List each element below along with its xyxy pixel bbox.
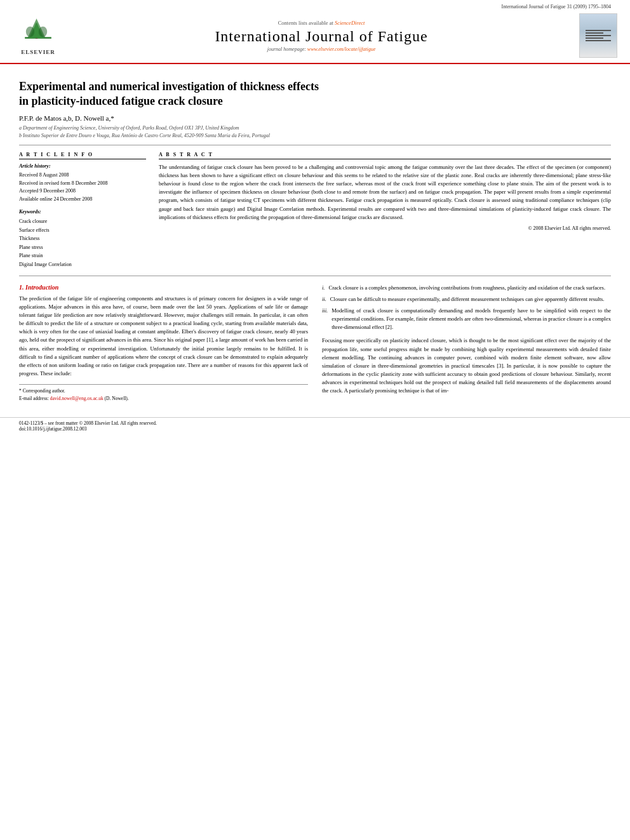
copyright-line: © 2008 Elsevier Ltd. All rights reserved… [159, 225, 611, 231]
list-item-1: i. Crack closure is a complex phenomenon… [322, 284, 611, 292]
footer-doi: doi:10.1016/j.ijfatigue.2008.12.003 [19, 426, 611, 432]
affiliations: a Department of Engineering Science, Uni… [19, 124, 611, 140]
thumb-line-1 [586, 30, 611, 31]
intro-paragraph2: Focusing more specifically on plasticity… [322, 337, 611, 395]
roman-i: i. [322, 284, 325, 292]
thumb-line-4 [586, 37, 603, 39]
footnote-area: * Corresponding author. E-mail address: … [19, 384, 308, 402]
article-title-section: Experimental and numerical investigation… [19, 73, 611, 145]
journal-center: Contents lists available at ScienceDirec… [64, 20, 579, 52]
elsevier-text: ELSEVIER [21, 49, 55, 55]
affiliation-a: a Department of Engineering Science, Uni… [19, 124, 611, 132]
affiliation-b: b Instituto Superior de Entre Douro e Vo… [19, 132, 611, 140]
keyword-1: Crack closure [19, 217, 146, 226]
footer-issn: 0142-1123/$ – see front matter © 2008 El… [19, 420, 611, 426]
keyword-2: Surface effects [19, 226, 146, 235]
revised-date: Received in revised form 8 December 2008 [19, 180, 146, 188]
journal-banner: ELSEVIER Contents lists available at Sci… [13, 11, 617, 60]
sciencedirect-link[interactable]: ScienceDirect [335, 20, 365, 26]
article-history-label: Article history: [19, 163, 146, 169]
page-footer: 0142-1123/$ – see front matter © 2008 El… [0, 417, 630, 432]
article-info-abstract: A R T I C L E I N F O Article history: R… [19, 152, 611, 276]
abstract-text: The understanding of fatigue crack closu… [159, 163, 611, 222]
corresponding-author: * Corresponding author. [19, 387, 308, 394]
email-line: E-mail address: david.nowell@eng.ox.ac.u… [19, 395, 308, 402]
sciencedirect-line: Contents lists available at ScienceDirec… [64, 20, 579, 26]
left-col: A R T I C L E I N F O Article history: R… [19, 152, 146, 269]
abstract-label: A B S T R A C T [159, 152, 611, 159]
journal-thumbnail [579, 13, 617, 58]
body-two-col: 1. Introduction The prediction of the fa… [19, 284, 611, 402]
elsevier-logo: ELSEVIER [13, 16, 64, 55]
keyword-5: Plane strain [19, 251, 146, 260]
homepage-url[interactable]: www.elsevier.com/locate/ijfatigue [307, 46, 375, 52]
list-text-1: Crack closure is a complex phenomenon, i… [329, 284, 606, 292]
intro-paragraph1: The prediction of the fatigue life of en… [19, 295, 308, 378]
main-content: Experimental and numerical investigation… [0, 64, 630, 411]
accepted-date: Accepted 9 December 2008 [19, 187, 146, 196]
list-text-3: Modelling of crack closure is computatio… [332, 307, 611, 332]
roman-iii: iii. [322, 307, 328, 332]
keyword-4: Plane stress [19, 243, 146, 252]
thumb-decoration [586, 29, 611, 43]
keywords-label: Keywords: [19, 209, 146, 215]
right-col: A B S T R A C T The understanding of fat… [159, 152, 611, 269]
email-link[interactable]: david.nowell@eng.ox.ac.uk [50, 396, 104, 401]
list-item-3: iii. Modelling of crack closure is compu… [322, 307, 611, 332]
keyword-6: Digital Image Correlation [19, 260, 146, 269]
body-left: 1. Introduction The prediction of the fa… [19, 284, 308, 402]
journal-homepage: journal homepage: www.elsevier.com/locat… [64, 46, 579, 52]
body-right: i. Crack closure is a complex phenomenon… [322, 284, 611, 402]
keyword-3: Thickness [19, 234, 146, 243]
list-text-2: Closure can be difficult to measure expe… [330, 295, 605, 303]
article-title: Experimental and numerical investigation… [19, 79, 611, 109]
journal-citation: International Journal of Fatigue 31 (200… [13, 4, 617, 10]
available-date: Available online 24 December 2008 [19, 196, 146, 204]
journal-header: International Journal of Fatigue 31 (200… [0, 0, 630, 64]
body-content: 1. Introduction The prediction of the fa… [19, 284, 611, 402]
svg-point-4 [26, 27, 34, 37]
thumb-line-3 [586, 35, 611, 36]
list-item-2: ii. Closure can be difficult to measure … [322, 295, 611, 303]
svg-point-5 [39, 27, 47, 37]
journal-title: International Journal of Fatigue [64, 28, 579, 45]
elsevier-tree-icon [22, 16, 54, 48]
intro-heading: 1. Introduction [19, 284, 308, 291]
thumb-line-5 [586, 40, 611, 41]
roman-ii: ii. [322, 295, 326, 303]
page: International Journal of Fatigue 31 (200… [0, 0, 630, 840]
thumb-line-2 [586, 32, 603, 34]
authors: P.F.P. de Matos a,b, D. Nowell a,* [19, 114, 611, 122]
received-date: Received 8 August 2008 [19, 171, 146, 180]
article-info-label: A R T I C L E I N F O [19, 152, 146, 159]
